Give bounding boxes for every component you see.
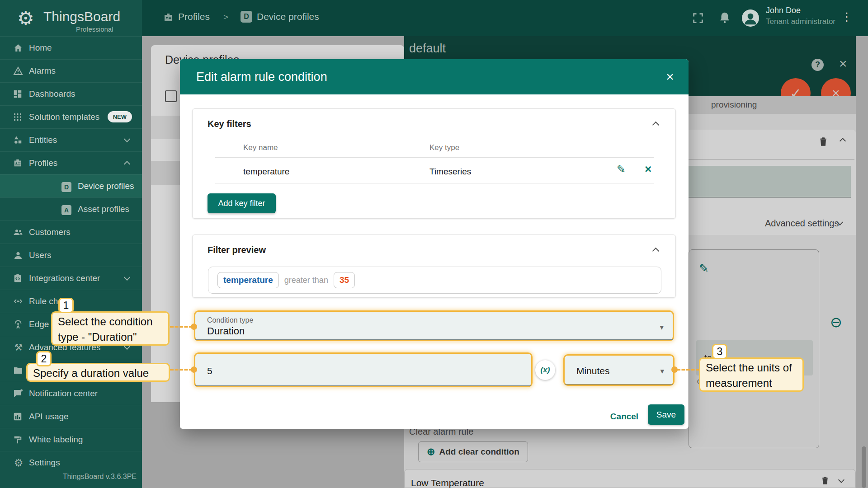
home-icon — [13, 42, 24, 53]
duration-value-text: 5 — [207, 366, 212, 376]
sidebar-item-label: White labeling — [29, 435, 83, 445]
breadcrumb-separator: > — [223, 12, 228, 22]
key-filters-title: Key filters — [208, 119, 251, 129]
fx-icon[interactable]: (x) — [535, 360, 555, 380]
customers-icon — [13, 227, 24, 238]
sidebar-item-label: Profiles — [29, 158, 57, 168]
callout-1-number: 1 — [58, 298, 74, 313]
breadcrumb-profiles[interactable]: Profiles — [178, 11, 210, 22]
key-name-cell: temperature — [243, 167, 289, 177]
user-name: John Doe — [766, 6, 801, 15]
column-key-type: Key type — [429, 143, 459, 152]
remove-key-filter-icon[interactable]: × — [645, 162, 651, 176]
sidebar-item-profiles[interactable]: Profiles — [0, 151, 142, 174]
sidebar-item-home[interactable]: Home — [0, 36, 142, 59]
callout-2-connector — [170, 369, 193, 371]
user-role: Tenant administrator — [766, 17, 835, 26]
field-underline — [195, 339, 673, 340]
sidebar-item-dashboards[interactable]: Dashboards — [0, 82, 142, 105]
sidebar-item-notification-center[interactable]: Notification center — [0, 382, 142, 405]
breadcrumb-device-profiles[interactable]: Device profiles — [257, 11, 319, 22]
operator-text: greater than — [284, 276, 328, 285]
callout-3-text: Select the units of measurement — [699, 357, 804, 392]
callout-1-connector — [170, 326, 193, 328]
condition-type-select[interactable]: Condition type Duration ▾ — [194, 310, 674, 341]
white-labeling-icon — [13, 435, 24, 445]
save-button[interactable]: Save — [648, 404, 684, 425]
edge-management-icon — [13, 319, 24, 330]
notification-center-icon — [13, 388, 24, 399]
sidebar-item-label: Notification center — [29, 389, 98, 399]
sidebar-item-device-profiles[interactable]: D Device profiles — [0, 174, 142, 197]
chevron-up-icon — [124, 161, 130, 167]
key-type-cell: Timeseries — [429, 167, 471, 177]
units-value: Minutes — [576, 366, 610, 376]
dropdown-arrow-icon: ▾ — [660, 366, 664, 376]
sidebar-item-label: API usage — [29, 412, 69, 422]
sidebar-item-api-usage[interactable]: API usage — [0, 405, 142, 428]
new-badge: NEW — [108, 111, 132, 122]
sidebar-item-solution-templates[interactable]: Solution templates NEW — [0, 105, 142, 128]
sidebar-item-white-labeling[interactable]: White labeling — [0, 428, 142, 451]
sidebar-nav: ⚙ ThingsBoard Professional Home Alarms D… — [0, 0, 142, 488]
folder-icon — [13, 365, 24, 376]
column-key-name: Key name — [243, 143, 278, 152]
version-label: ThingsBoard v.3.6.3PE — [63, 473, 137, 481]
sidebar-item-users[interactable]: Users — [0, 244, 142, 267]
cancel-button[interactable]: Cancel — [604, 407, 645, 426]
dropdown-arrow-icon: ▾ — [660, 323, 664, 332]
condition-type-label: Condition type — [207, 316, 253, 324]
more-vert-icon[interactable]: ⋮ — [841, 10, 853, 24]
sidebar-item-label: Integrations center — [29, 273, 100, 283]
advanced-features-icon: ⚒ — [13, 342, 24, 353]
chevron-down-icon — [124, 136, 130, 142]
solution-templates-icon — [13, 112, 24, 122]
fullscreen-icon[interactable] — [692, 12, 704, 24]
profiles-icon — [13, 158, 24, 168]
callout-1-anchor-dot — [191, 324, 197, 330]
collapse-filter-preview-icon[interactable] — [652, 248, 660, 255]
sidebar-item-label: Users — [29, 250, 52, 260]
thingsboard-app: Device profiles default ? × ✓ × provisio… — [0, 0, 868, 488]
sidebar-item-entities[interactable]: Entities — [0, 128, 142, 151]
sidebar-item-settings[interactable]: ⚙ Settings — [0, 451, 142, 474]
sidebar-item-label: Asset profiles — [78, 204, 129, 214]
condition-type-value: Duration — [207, 325, 245, 337]
alarms-icon — [13, 66, 24, 76]
dialog-header: Edit alarm rule condition × — [180, 59, 689, 94]
sidebar-item-integrations-center[interactable]: Integrations center — [0, 267, 142, 290]
filter-preview-title: Filter preview — [208, 245, 266, 255]
sidebar-item-asset-profiles[interactable]: A Asset profiles — [0, 197, 142, 221]
divider — [215, 157, 654, 158]
top-toolbar: Profiles > D Device profiles John Doe Te… — [142, 0, 868, 36]
edit-key-filter-icon[interactable]: ✎ — [617, 163, 626, 176]
sidebar-item-customers[interactable]: Customers — [0, 221, 142, 244]
add-key-filter-button[interactable]: Add key filter — [208, 193, 276, 213]
breadcrumb-profiles-icon — [163, 12, 174, 23]
notifications-bell-icon[interactable] — [718, 11, 731, 24]
logo-subtitle: Professional — [76, 25, 113, 33]
field-underline — [565, 384, 673, 385]
sidebar-item-label: Dashboards — [29, 89, 75, 99]
sidebar-item-label: Device profiles — [78, 181, 134, 191]
callout-2-number: 2 — [36, 351, 52, 366]
duration-value-input[interactable]: 5 — [194, 352, 533, 387]
asset-profiles-icon: A — [61, 204, 72, 215]
divider — [215, 183, 654, 183]
entities-icon — [13, 135, 24, 145]
collapse-key-filters-icon[interactable] — [652, 122, 660, 129]
sidebar-item-label: Home — [29, 43, 52, 53]
dialog-title: Edit alarm rule condition — [196, 70, 327, 84]
sidebar-item-label: Customers — [29, 227, 71, 237]
units-select[interactable]: Minutes ▾ — [563, 354, 675, 386]
dialog-close-icon[interactable]: × — [661, 68, 679, 85]
callout-3-anchor-dot — [671, 366, 678, 373]
sidebar-item-label: Solution templates — [29, 112, 99, 122]
breadcrumb-device-profiles-icon: D — [241, 11, 252, 23]
avatar[interactable] — [742, 9, 759, 27]
sidebar-item-alarms[interactable]: Alarms — [0, 59, 142, 82]
thingsboard-logo-icon: ⚙ — [17, 7, 34, 29]
users-icon — [13, 250, 24, 261]
value-chip: 35 — [334, 272, 355, 288]
integrations-center-icon — [13, 273, 24, 283]
